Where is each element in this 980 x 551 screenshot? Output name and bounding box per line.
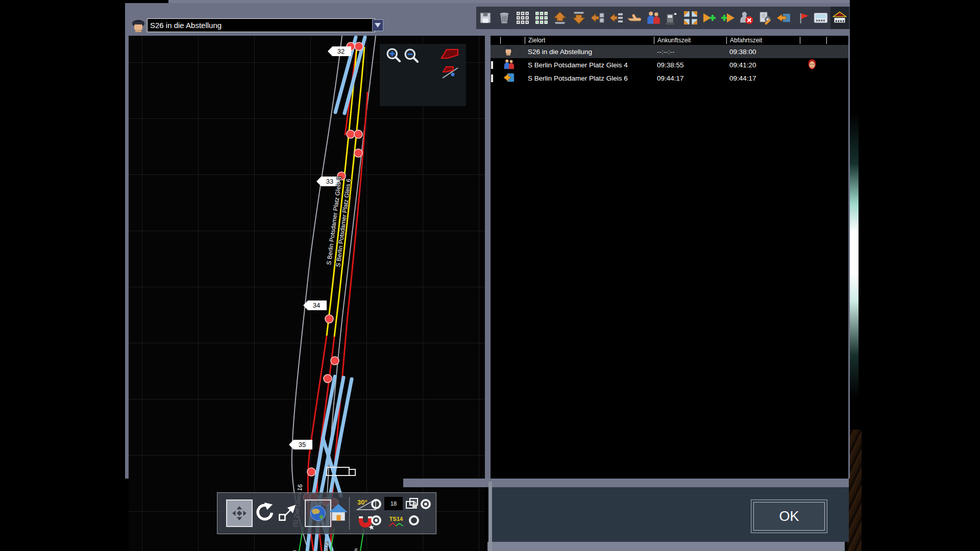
scene-light-streak [848, 112, 859, 398]
track-marker: 35 [289, 440, 312, 449]
row-ankunftszeit: --:--:-- [654, 48, 726, 56]
insert-down-button[interactable] [570, 7, 589, 29]
col-extra-2 [826, 37, 848, 44]
radio-ring-2[interactable] [409, 515, 419, 525]
row-abfahrtszeit: 09:38:00 [726, 48, 800, 56]
row-ankunftszeit: 09:44:17 [654, 74, 726, 82]
pan-icon [232, 506, 247, 521]
row-ankunftszeit: 09:38:55 [654, 61, 726, 69]
copy-right-button[interactable] [588, 7, 607, 29]
target-ring-2[interactable] [371, 515, 381, 525]
zoom-level-box[interactable]: 18 [384, 497, 403, 510]
footer-top-strip [403, 479, 849, 487]
row-checkbox[interactable] [491, 74, 493, 82]
radio-ring-icon [409, 515, 419, 525]
table-row[interactable]: S Berlin Potsdamer Platz Gleis 6 09:44:1… [491, 71, 848, 85]
track-marker: 32 [328, 46, 351, 56]
table-header: Zielort Ankunftszeit Abfahrtszeit [491, 36, 848, 45]
home-icon [328, 503, 349, 523]
map-nav-panel: 30° 18 TS14 [217, 492, 436, 534]
target-ring-1[interactable] [421, 499, 431, 509]
move-into-button[interactable] [774, 7, 793, 29]
dropdown-arrow-button[interactable] [372, 19, 383, 31]
passengers-button[interactable] [644, 7, 663, 29]
delete-button[interactable] [495, 7, 514, 29]
route-add-alt-button[interactable] [719, 7, 738, 29]
row-abfahrtszeit: 09:41:20 [726, 61, 800, 69]
track-map[interactable]: 32 33 34 35 S Berlin Potsdamer Platz Gle… [129, 36, 485, 551]
track-label-fragment: leis [353, 548, 358, 551]
paste-list-button[interactable] [607, 7, 626, 29]
signal-red-icon[interactable] [440, 47, 459, 62]
window-lock-icon [405, 497, 420, 511]
driver-avatar-icon [131, 18, 146, 34]
row-zielort: S Berlin Potsdamer Platz Gleis 4 [525, 61, 654, 69]
passengers-icon [500, 59, 525, 71]
zoom-in-icon[interactable] [386, 47, 402, 66]
pan-button[interactable] [226, 499, 253, 527]
window-lock-button[interactable] [405, 497, 420, 511]
row-checkbox[interactable] [491, 61, 493, 69]
fuel-pump-button[interactable] [663, 7, 681, 29]
target-ring-icon [371, 515, 381, 525]
jump-to-button[interactable] [275, 501, 299, 524]
ok-button-label: OK [753, 502, 825, 531]
save-button[interactable] [476, 7, 495, 29]
nav-divider [349, 497, 350, 530]
document-settings-button[interactable] [756, 7, 775, 29]
chevron-down-icon [375, 23, 381, 28]
depot-button[interactable] [830, 7, 849, 29]
driver-avatar-icon [500, 45, 525, 58]
track-style-label: TS14 [389, 516, 403, 522]
target-ring-icon [421, 499, 431, 509]
enter-track-icon [500, 72, 525, 85]
home-button[interactable] [327, 501, 350, 524]
hand-pointer-icon[interactable] [625, 7, 644, 29]
track-lines [129, 36, 485, 551]
radio-ring-icon [371, 499, 381, 509]
expand-button[interactable] [681, 7, 700, 29]
route-add-button[interactable] [700, 7, 719, 29]
col-ankunftszeit: Ankunftszeit [654, 37, 726, 44]
col-icon [500, 37, 525, 44]
radio-ring-1[interactable] [371, 499, 381, 509]
table-row[interactable]: S26 in die Abstellung --:--:-- 09:38:00 [491, 45, 848, 58]
signal-red-track-icon[interactable] [441, 64, 459, 82]
grid-green-button[interactable] [532, 7, 551, 29]
globe-icon [309, 504, 327, 522]
toolbar [476, 7, 850, 29]
row-zielort: S26 in die Abstellung [525, 48, 654, 56]
schedule-dropdown[interactable]: S26 in die Abstellung [147, 18, 375, 32]
map-tools-overlay [380, 44, 466, 106]
remove-driver-button[interactable] [737, 7, 756, 29]
col-select [491, 37, 500, 44]
track-marker: 34 [303, 300, 327, 310]
flag-button[interactable] [793, 7, 812, 29]
screen: { "window": { "dropdown_value": "S26 in … [0, 0, 980, 551]
row-zielort: S Berlin Potsdamer Platz Gleis 6 [525, 74, 654, 82]
footer-left-edge [488, 482, 492, 551]
ok-button[interactable]: OK [751, 499, 827, 533]
person-face-icon [800, 59, 826, 71]
col-zielort: Zielort [525, 37, 654, 44]
col-abfahrtszeit: Abfahrtszeit [726, 37, 800, 44]
row-abfahrtszeit: 09:44:17 [726, 74, 800, 82]
grid-button[interactable] [513, 7, 532, 29]
control-panel-button[interactable] [812, 7, 830, 29]
insert-up-button[interactable] [551, 7, 570, 29]
timetable-panel: Zielort Ankunftszeit Abfahrtszeit S26 in… [491, 36, 848, 479]
footer-bottom-strip [487, 542, 845, 551]
rotate-icon [253, 503, 274, 523]
track-style-button[interactable]: TS14 [386, 513, 406, 530]
jump-to-icon [277, 503, 297, 523]
zoom-out-icon[interactable] [404, 48, 420, 66]
track-label-fragment: latz Gl [323, 542, 329, 551]
rotate-button[interactable] [252, 501, 275, 524]
col-extra-1 [800, 37, 826, 44]
slope-angle-label: 30° [357, 498, 368, 506]
track-style-icon [388, 522, 404, 527]
table-row[interactable]: S Berlin Potsdamer Platz Gleis 4 09:38:5… [491, 58, 848, 71]
